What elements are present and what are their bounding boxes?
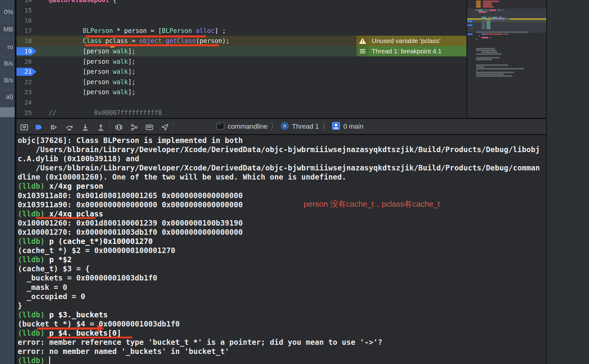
lldb-prompt: (lldb)	[18, 255, 49, 264]
console-line: }	[18, 301, 546, 310]
line-number-gutter[interactable]: 18	[16, 36, 32, 46]
code-token	[192, 27, 196, 34]
minimap-code-mark	[497, 9, 501, 11]
console-line: c.A.dylib (0x100b39118) and	[18, 154, 546, 163]
minimap-code-mark	[482, 22, 485, 24]
code-line-text: [person walk];	[49, 77, 136, 87]
code-line-text: // 0x00007ffffffffff8	[49, 108, 162, 117]
minimap-code-mark	[486, 20, 490, 22]
console-line: dline (0x100001260). One of the two will…	[18, 173, 546, 182]
step-into-icon[interactable]	[81, 123, 89, 131]
debug-gauge-strip: 0%MBroB/sB/sal)	[0, 0, 15, 364]
hand-drawn-red-arrow-tail	[37, 327, 97, 330]
code-line: 16	[16, 15, 467, 26]
continue-execution-icon[interactable]	[50, 123, 58, 131]
toolbar-separator	[173, 123, 173, 132]
source-editor[interactable]: 14@autoreleasepool {151617 BLPerson * pe…	[16, 0, 546, 117]
memory-graph-icon[interactable]	[130, 123, 138, 131]
minimap-code-mark	[476, 48, 495, 49]
minimap-code-mark	[476, 75, 512, 77]
line-number-gutter[interactable]: 14	[16, 0, 32, 5]
text-cursor[interactable]	[49, 356, 50, 364]
minimap-code-mark	[486, 34, 503, 35]
jumpbar-thread[interactable]: Thread 1	[292, 123, 319, 130]
line-number-gutter[interactable]: 17	[16, 26, 32, 36]
line-number-gutter[interactable]: 23	[16, 87, 32, 97]
gauge-divider	[2, 73, 15, 73]
simulate-location-icon[interactable]	[161, 123, 169, 131]
line-number-gutter[interactable]: 24	[16, 97, 32, 108]
minimap-code-mark	[504, 19, 510, 20]
minimap-code-mark	[476, 70, 477, 71]
step-out-icon[interactable]	[97, 123, 105, 131]
line-number-gutter[interactable]: 20	[16, 56, 32, 67]
minimap-code-mark	[486, 24, 490, 26]
line-number-gutter[interactable]: 19	[16, 46, 32, 56]
minimap-code-mark	[502, 9, 504, 11]
breakpoints-toggle-icon[interactable]	[35, 123, 43, 131]
jumpbar-frame[interactable]: 0 main	[343, 123, 363, 130]
code-token: [person	[83, 68, 113, 75]
console-line: (lldb) p $3._buckets	[18, 310, 546, 319]
minimap-code-mark	[488, 17, 491, 18]
line-number-gutter[interactable]: 25	[16, 108, 32, 117]
code-line: 21 [person walk];	[16, 66, 467, 77]
code-line-text: [person walk];	[49, 46, 136, 56]
minimap-code-mark	[499, 17, 503, 18]
minimap-code-mark	[476, 73, 504, 75]
jumpbar-process[interactable]: commandline	[228, 123, 268, 130]
debug-console[interactable]: objc[37626]: Class BLPerson is implement…	[16, 136, 546, 364]
lldb-command: p (cache_t*)0x100001270	[49, 237, 153, 246]
console-line: (lldb) p *$2	[18, 255, 546, 264]
line-number-gutter[interactable]: 15	[16, 5, 32, 16]
console-line: error: no member named '_buckets' in 'bu…	[18, 347, 546, 356]
line-number-gutter[interactable]: 16	[16, 15, 32, 26]
console-line: 0x103911a80: 0x001d800100001265 0x000000…	[18, 191, 546, 200]
code-token: ];	[128, 78, 136, 86]
lldb-prompt: (lldb)	[18, 310, 49, 319]
console-line: (lldb) x/4xg pclass	[18, 209, 546, 219]
code-line: 20 [person walk];	[16, 56, 467, 67]
minimap-code-mark	[490, 37, 491, 38]
code-token: walk	[113, 88, 128, 96]
lldb-prompt: (lldb)	[18, 329, 49, 337]
minimap-code-mark	[482, 24, 485, 26]
step-over-icon[interactable]	[65, 123, 74, 131]
minimap-code-mark	[479, 35, 480, 37]
code-token: Class	[83, 37, 102, 45]
lldb-prompt: (lldb)	[18, 356, 49, 364]
gauge-partial-label: 0%	[4, 8, 13, 16]
lldb-prompt: (lldb)	[18, 237, 49, 246]
chevron-right-icon: 〉	[322, 120, 329, 133]
hand-drawn-red-line	[85, 35, 206, 37]
dock-debug-area-icon[interactable]	[20, 123, 28, 131]
minimap-code-mark	[504, 17, 505, 18]
code-line: 25// 0x00007ffffffffff8	[16, 108, 467, 117]
code-line: 23 [person walk];	[16, 87, 467, 97]
minimap-code-mark	[476, 64, 508, 66]
code-token: walk	[113, 48, 128, 55]
warning-annotation[interactable]: Unused variable 'pclass'	[356, 36, 466, 46]
minimap-breakpoint-mark	[467, 34, 472, 35]
minimap-code-mark	[492, 17, 497, 18]
minimap-code-mark	[476, 1, 481, 2]
warning-annotation-label: Unused variable 'pclass'	[369, 36, 466, 46]
terminal-icon[interactable]	[216, 122, 225, 131]
minimap-code-mark	[479, 11, 486, 13]
line-number-gutter[interactable]: 21	[16, 66, 32, 77]
code-line: 22 [person walk];	[16, 77, 467, 87]
code-token: BLPerson	[162, 27, 192, 34]
lldb-prompt: (lldb)	[18, 182, 49, 191]
minimap-code-mark	[476, 31, 529, 33]
line-number-gutter[interactable]: 22	[16, 77, 32, 87]
minimap-code-mark	[476, 50, 496, 51]
lldb-command: p $4._buckets[0]	[49, 329, 121, 337]
minimap-code-mark	[486, 22, 490, 24]
breakpoint-annotation[interactable]: Thread 1: breakpoint 4.1	[356, 46, 466, 56]
console-line: /Users/blbrain/Library/Developer/Xcode/D…	[18, 163, 546, 173]
debug-view-hierarchy-icon[interactable]	[115, 123, 123, 131]
console-line: (lldb)	[18, 356, 546, 364]
code-line-text: [person walk];	[49, 56, 136, 67]
editor-minimap[interactable]	[467, 0, 546, 117]
environment-overrides-icon[interactable]	[145, 123, 154, 131]
